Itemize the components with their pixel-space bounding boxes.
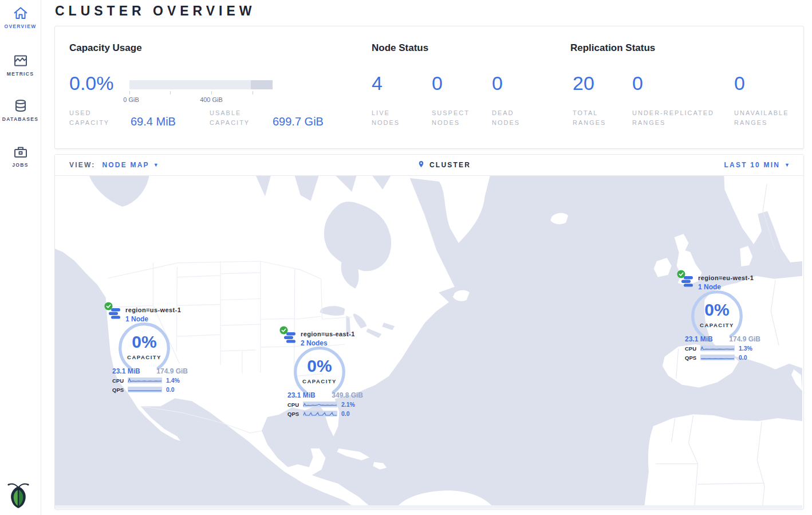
cluster-overview-page: OVERVIEW METRICS DATABASES JOBS — [0, 0, 812, 515]
qps-value: 0.0 — [739, 354, 747, 361]
total-ranges-value: 20 — [573, 73, 594, 93]
capacity-axis-tick — [129, 91, 130, 95]
used-capacity-value: 69.4 MiB — [131, 115, 176, 128]
region-label: region=eu-west-1 — [698, 274, 754, 281]
capacity-percent: 0% — [292, 357, 347, 375]
cpu-sparkline — [128, 378, 162, 383]
region-used-capacity: 23.1 MiB — [112, 367, 140, 375]
sidebar-item-metrics[interactable]: METRICS — [0, 53, 41, 77]
north-africa — [644, 414, 802, 508]
capacity-axis-tick — [211, 91, 212, 95]
chevron-down-icon: ▼ — [785, 163, 790, 168]
sidebar-item-label: OVERVIEW — [0, 23, 41, 29]
map-panel: VIEW: NODE MAP ▼ CLUSTER LAST 10 MIN ▼ — [54, 154, 804, 509]
cockroachdb-logo — [7, 482, 30, 510]
sidebar-item-label: METRICS — [0, 71, 41, 77]
capacity-axis-tick — [253, 91, 253, 95]
dead-nodes-label: DEAD NODES — [492, 108, 535, 127]
under-replicated-ranges-value: 0 — [632, 73, 643, 93]
cpu-value: 1.3% — [739, 345, 752, 352]
cpu-value: 2.1% — [341, 401, 355, 408]
main-content: CLUSTER OVERVIEW Capacity Usage 0.0% 0 G… — [54, 0, 804, 515]
region-card-us-west-1[interactable]: region=us-west-1 1 Node 0% CAPACITY 23.1… — [104, 302, 191, 396]
database-icon — [0, 99, 41, 113]
node-stack-icon — [284, 332, 297, 345]
used-capacity-label: USED CAPACITY — [69, 108, 118, 127]
capacity-caption: CAPACITY — [689, 322, 744, 328]
view-selector-value: NODE MAP — [102, 161, 149, 169]
map-toolbar: VIEW: NODE MAP ▼ CLUSTER LAST 10 MIN ▼ — [55, 155, 803, 176]
view-selector[interactable]: NODE MAP ▼ — [102, 161, 159, 169]
node-status-title: Node Status — [372, 42, 428, 54]
summary-panel: Capacity Usage 0.0% 0 GiB 400 GiB USED C… — [54, 26, 804, 149]
usable-capacity-value: 699.7 GiB — [273, 115, 324, 128]
node-stack-icon — [681, 276, 694, 289]
chevron-down-icon: ▼ — [153, 163, 160, 168]
cpu-value: 1.4% — [166, 377, 180, 384]
cpu-label: CPU — [112, 378, 128, 384]
capacity-caption: CAPACITY — [292, 378, 347, 384]
sidebar-item-overview[interactable]: OVERVIEW — [0, 6, 41, 29]
sidebar-item-jobs[interactable]: JOBS — [0, 144, 41, 168]
capacity-usage-title: Capacity Usage — [69, 42, 142, 54]
cpu-sparkline — [700, 345, 735, 351]
cpu-label: CPU — [287, 402, 303, 408]
region-used-capacity: 23.1 MiB — [287, 391, 316, 399]
capacity-axis-tick — [170, 91, 171, 95]
sidebar: OVERVIEW METRICS DATABASES JOBS — [0, 0, 41, 515]
capacity-axis-label: 400 GiB — [200, 96, 223, 103]
home-icon — [0, 6, 41, 21]
capacity-percent: 0% — [117, 333, 172, 351]
region-card-us-east-1[interactable]: region=us-east-1 2 Nodes 0% CAPACITY 23.… — [279, 326, 366, 420]
region-usable-capacity: 174.9 GiB — [729, 335, 760, 343]
qps-label: QPS — [112, 387, 128, 393]
cpu-label: CPU — [685, 345, 700, 352]
region-usable-capacity: 174.9 GiB — [156, 367, 188, 375]
sidebar-item-databases[interactable]: DATABASES — [0, 99, 41, 122]
qps-sparkline — [303, 411, 337, 416]
capacity-axis-label: 0 GiB — [123, 96, 139, 103]
total-ranges-label: TOTAL RANGES — [573, 108, 618, 127]
qps-value: 0.0 — [341, 410, 350, 417]
sidebar-item-label: JOBS — [0, 162, 41, 168]
suspect-nodes-label: SUSPECT NODES — [432, 108, 480, 127]
region-used-capacity: 23.1 MiB — [685, 335, 713, 343]
view-label: VIEW: — [69, 161, 95, 169]
metrics-chart-icon — [0, 53, 41, 68]
capacity-bar — [129, 80, 273, 89]
page-title: CLUSTER OVERVIEW — [55, 3, 256, 19]
map-bottom-strip — [55, 505, 802, 508]
region-label: region=us-east-1 — [301, 331, 355, 337]
briefcase-icon — [0, 144, 41, 159]
region-usable-capacity: 349.8 GiB — [332, 391, 363, 399]
region-card-eu-west-1[interactable]: region=eu-west-1 1 Node 0% CAPACITY 23.1… — [677, 270, 764, 364]
qps-value: 0.0 — [166, 386, 175, 393]
suspect-nodes-value: 0 — [432, 73, 443, 93]
node-stack-icon — [109, 308, 121, 321]
under-replicated-ranges-label: UNDER-REPLICATED RANGES — [632, 108, 732, 127]
time-range-selector[interactable]: LAST 10 MIN ▼ — [724, 155, 790, 175]
dead-nodes-value: 0 — [492, 73, 503, 93]
qps-sparkline — [700, 355, 735, 360]
live-nodes-label: LIVE NODES — [372, 108, 415, 127]
qps-sparkline — [128, 387, 162, 392]
capacity-percent: 0% — [689, 301, 744, 319]
unavailable-ranges-label: UNAVAILABLE RANGES — [734, 108, 800, 127]
sidebar-item-label: DATABASES — [0, 116, 41, 122]
region-label: region=us-west-1 — [125, 306, 181, 313]
map-breadcrumb[interactable]: CLUSTER — [417, 155, 471, 175]
capacity-used-percent: 0.0% — [69, 73, 114, 93]
breadcrumb-cluster: CLUSTER — [429, 161, 471, 169]
location-pin-icon — [417, 159, 425, 171]
qps-label: QPS — [685, 355, 700, 361]
cpu-sparkline — [303, 402, 337, 407]
time-range-value: LAST 10 MIN — [724, 161, 781, 169]
qps-label: QPS — [287, 411, 303, 417]
capacity-bar-reserved-segment — [251, 80, 273, 89]
replication-status-title: Replication Status — [570, 42, 655, 54]
capacity-caption: CAPACITY — [117, 354, 172, 360]
live-nodes-value: 4 — [372, 73, 383, 93]
unavailable-ranges-value: 0 — [734, 73, 745, 93]
usable-capacity-label: USABLE CAPACITY — [210, 108, 264, 127]
node-map[interactable]: region=us-west-1 1 Node 0% CAPACITY 23.1… — [55, 176, 802, 508]
